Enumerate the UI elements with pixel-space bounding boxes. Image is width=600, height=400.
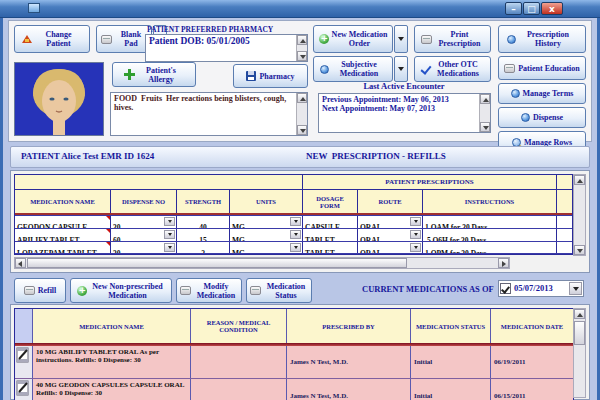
units-dropdown[interactable]	[290, 243, 301, 252]
chevron-down-icon	[168, 233, 172, 236]
pharmacy-button[interactable]: Pharmacy	[233, 64, 308, 88]
patients-allergy-button[interactable]: Patient's Allergy	[112, 62, 196, 87]
prescription-history-icon	[507, 35, 516, 44]
subjective-medication-button[interactable]: Subjective Medication	[313, 56, 393, 82]
patient-education-button[interactable]: Patient Education	[498, 56, 586, 80]
allergy-box-scrollbar[interactable]	[296, 93, 307, 135]
route: ORAL	[358, 235, 384, 241]
col-medication-name[interactable]: MEDICATION NAME	[15, 190, 111, 213]
encounter-box[interactable]: Previous Appointment: May 06, 2013 Next …	[318, 93, 491, 133]
grid-vscrollbar[interactable]	[573, 174, 586, 256]
route-dropdown[interactable]	[410, 243, 421, 252]
as-of-date-dropdown[interactable]	[569, 282, 582, 295]
pharmacy-info-box[interactable]: Patient DOB: 05/01/2005	[145, 34, 308, 62]
as-of-checkbox[interactable]	[500, 283, 511, 294]
med-name: ABILIFY TABLET	[15, 235, 82, 241]
scroll-down-icon[interactable]	[297, 125, 307, 135]
blank-pad-button[interactable]: Blank Pad	[96, 25, 152, 53]
scroll-down-icon[interactable]	[574, 245, 585, 255]
scroll-up-icon[interactable]	[297, 35, 307, 45]
maximize-button[interactable]: □	[523, 2, 540, 15]
refill-icon	[24, 286, 35, 295]
modify-medication-label: Modify Medication	[194, 282, 238, 300]
subjective-medication-dropdown[interactable]	[394, 56, 408, 82]
col-dispense-no[interactable]: DISPENSE NO	[111, 190, 177, 213]
col-medication-status[interactable]: MEDICATION STATUS	[411, 309, 491, 343]
close-button[interactable]: x	[541, 2, 563, 15]
encounter-box-scrollbar[interactable]	[479, 94, 490, 132]
scroll-left-icon[interactable]	[15, 258, 26, 268]
route-dropdown[interactable]	[410, 230, 421, 239]
chevron-down-icon	[294, 220, 298, 223]
prescription-row[interactable]: GEODON CAPSULE 30 40 MG CAPSULE ORAL 1 Q…	[15, 215, 572, 228]
col-medication-name[interactable]: MEDICATION NAME	[33, 309, 191, 343]
scroll-down-icon[interactable]	[480, 122, 490, 132]
medication-date: 06/15/2011	[491, 390, 529, 400]
current-med-row[interactable]: 40 MG GEODON CAPSULES CAPSULE ORAL Refil…	[15, 379, 573, 400]
col-instructions[interactable]: INSTRUCTIONS	[423, 190, 557, 213]
group-header-spacer	[15, 175, 303, 189]
dispense-dropdown[interactable]	[164, 230, 175, 239]
scroll-up-icon[interactable]	[574, 309, 585, 319]
scroll-up-icon[interactable]	[480, 94, 490, 104]
minimize-button[interactable]: –	[505, 2, 522, 15]
pharmacy-box-scrollbar[interactable]	[296, 35, 307, 61]
medication-status: Initial	[411, 356, 435, 368]
current-med-row[interactable]: 10 MG ABILIFY TABLET ORAL As per instruc…	[15, 346, 573, 379]
col-dosage-form[interactable]: DOSAGE FORM	[303, 190, 358, 213]
new-nonprescribed-medication-button[interactable]: New Non-prescribed Medication	[70, 278, 172, 303]
manage-terms-button[interactable]: Manage Terms	[498, 83, 586, 104]
grid-hscrollbar[interactable]	[14, 257, 510, 269]
instructions: .5 Q6H for 30 Days	[423, 235, 488, 241]
col-units[interactable]: UNITS	[230, 190, 303, 213]
dispense-icon	[521, 113, 530, 122]
hscroll-thumb[interactable]	[27, 258, 407, 268]
med-name: 10 MG ABILIFY TABLET ORAL As per instruc…	[33, 346, 190, 366]
print-prescription-label: Print Prescription	[435, 30, 485, 48]
chevron-down-icon	[398, 37, 404, 41]
as-of-date-combo[interactable]: 05/07/2013	[498, 280, 584, 297]
title-bar: – □ x	[0, 0, 600, 18]
units-dropdown[interactable]	[290, 217, 301, 226]
new-medication-order-dropdown[interactable]	[394, 25, 408, 53]
col-route[interactable]: ROUTE	[358, 190, 423, 213]
units-dropdown[interactable]	[290, 230, 301, 239]
scroll-down-icon[interactable]	[297, 51, 307, 61]
scroll-up-icon[interactable]	[574, 175, 585, 185]
edit-row-icon[interactable]	[16, 347, 30, 363]
col-medication-date[interactable]: MEDICATION DATE	[491, 309, 573, 343]
modify-medication-button[interactable]: Modify Medication	[176, 278, 242, 303]
edit-row-icon[interactable]	[16, 380, 30, 396]
chevron-down-icon	[168, 220, 172, 223]
col-prescribed-by[interactable]: PRESCRIBED BY	[287, 309, 411, 343]
print-prescription-button[interactable]: Print Prescription	[414, 25, 491, 53]
refill-label: Refill	[38, 286, 57, 295]
units: MG	[230, 222, 247, 228]
refill-button[interactable]: Refill	[14, 278, 66, 303]
prescription-row[interactable]: ABILIFY TABLET 60 15 MG TABLET ORAL .5 Q…	[15, 228, 572, 241]
dispense-dropdown[interactable]	[164, 243, 175, 252]
emr-prescription-window: – □ x Change Patient Blank Pad PATIENT P…	[0, 0, 600, 400]
patient-dob-text: Patient DOB: 05/01/2005	[149, 36, 293, 46]
vscroll-thumb[interactable]	[574, 321, 585, 345]
app-icon	[28, 3, 40, 13]
route: ORAL	[358, 248, 384, 253]
col-strength[interactable]: STRENGTH	[177, 190, 230, 213]
table-vscrollbar[interactable]	[573, 308, 586, 398]
medication-status-button[interactable]: Medication Status	[246, 278, 312, 303]
new-medication-order-button[interactable]: New Medication Order	[313, 25, 393, 53]
allergy-box[interactable]: FOOD Fruits Her reactions being blisters…	[110, 92, 308, 136]
change-patient-button[interactable]: Change Patient	[14, 25, 90, 53]
dispense-button[interactable]: Dispense	[498, 107, 586, 128]
scroll-up-icon[interactable]	[297, 93, 307, 103]
route: ORAL	[358, 222, 384, 228]
subjective-medication-icon	[320, 65, 329, 74]
prescription-row[interactable]: LORAZEPAM TABLET 30 2 MG TABLET ORAL 1 Q…	[15, 241, 572, 254]
prescription-history-button[interactable]: Prescription History	[498, 25, 586, 53]
allergy-plus-icon	[124, 69, 135, 80]
col-reason[interactable]: REASON / MEDICAL CONDITION	[191, 309, 287, 343]
other-otc-medications-button[interactable]: Other OTC Medications	[414, 56, 491, 82]
route-dropdown[interactable]	[410, 217, 421, 226]
dispense-dropdown[interactable]	[164, 217, 175, 226]
scroll-right-icon[interactable]	[498, 258, 509, 268]
